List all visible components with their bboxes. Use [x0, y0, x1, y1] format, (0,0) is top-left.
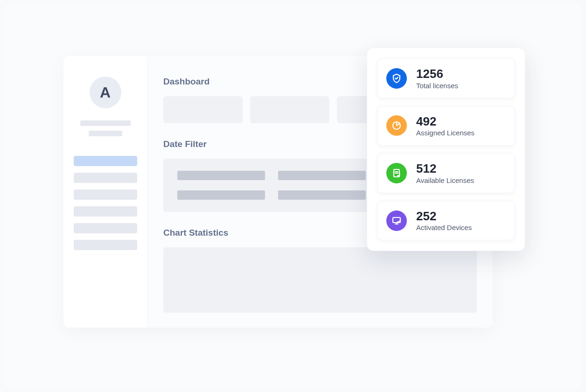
shield-check-icon	[386, 68, 407, 89]
stats-panel: 1256 Total licenses 492 Assigned License…	[367, 48, 525, 251]
filter-field-1[interactable]	[177, 171, 265, 180]
nav-item-active[interactable]	[74, 156, 137, 166]
stat-label: Activated Devices	[416, 224, 472, 231]
nav-item-2[interactable]	[74, 173, 137, 183]
sidebar: A	[63, 56, 147, 328]
dashboard-card-1	[163, 96, 243, 123]
document-check-icon	[386, 163, 407, 183]
sidebar-placeholder-2	[89, 131, 122, 136]
stat-card-total-licenses[interactable]: 1256 Total licenses	[377, 58, 515, 98]
stat-text: 252 Activated Devices	[416, 210, 472, 232]
filter-field-2[interactable]	[278, 171, 366, 180]
monitor-check-icon	[386, 210, 407, 231]
nav-item-4[interactable]	[74, 206, 137, 217]
stat-value: 492	[416, 115, 474, 128]
avatar-letter: A	[100, 84, 111, 101]
stat-value: 1256	[416, 67, 458, 81]
avatar[interactable]: A	[90, 77, 121, 108]
nav-item-5[interactable]	[74, 223, 137, 233]
dashboard-card-2	[250, 96, 329, 123]
stat-card-available-licenses[interactable]: 512 Available Licenses	[377, 153, 515, 193]
stat-label: Total licenses	[416, 82, 458, 90]
filter-field-3[interactable]	[177, 190, 265, 200]
outer-container: A Dashboard Date Filter	[4, 4, 582, 388]
stat-card-assigned-licenses[interactable]: 492 Assigned Licenses	[377, 106, 515, 146]
stat-label: Available Licenses	[416, 176, 474, 184]
stat-value: 512	[416, 162, 474, 175]
filter-field-4[interactable]	[278, 190, 366, 200]
stat-text: 512 Available Licenses	[416, 162, 474, 184]
stat-card-activated-devices[interactable]: 252 Activated Devices	[377, 201, 515, 241]
chart-placeholder	[163, 247, 477, 313]
nav-item-3[interactable]	[74, 189, 137, 200]
pie-chart-icon	[386, 115, 407, 136]
stat-text: 492 Assigned Licenses	[416, 115, 474, 137]
stat-label: Assigned Licenses	[416, 129, 474, 137]
stat-text: 1256 Total licenses	[416, 67, 458, 90]
sidebar-placeholder-1	[80, 120, 131, 126]
stat-value: 252	[416, 210, 472, 223]
nav-item-6[interactable]	[74, 240, 137, 250]
